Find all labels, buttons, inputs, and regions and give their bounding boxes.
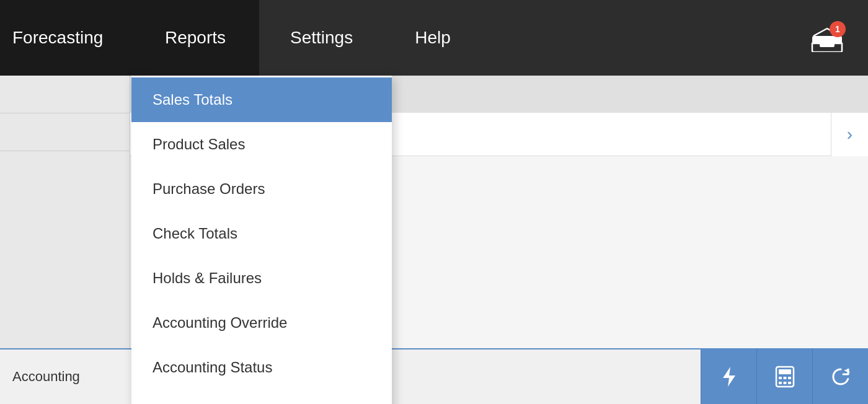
date-arrow-button[interactable]: › [831, 113, 868, 156]
dropdown-item-holds-failures[interactable]: Holds & Failures [131, 256, 392, 301]
nav-item-forecasting[interactable]: Forecasting [0, 0, 131, 76]
dropdown-item-sales-totals[interactable]: Sales Totals [131, 77, 392, 122]
dropdown-item-product-sales[interactable]: Product Sales [131, 122, 392, 167]
dropdown-item-accounting-override[interactable]: Accounting Override [131, 301, 392, 345]
svg-rect-11 [788, 382, 791, 384]
lightning-icon [718, 366, 740, 388]
svg-marker-3 [723, 367, 735, 387]
left-panel-line-mid [0, 151, 130, 151]
left-panel-line-top [0, 113, 130, 113]
status-bar: Accounting Sales: ✔ Drawer: — [0, 348, 868, 404]
navbar: Forecasting Reports Settings Help 1 [0, 0, 868, 76]
svg-rect-5 [779, 369, 791, 374]
svg-rect-9 [779, 382, 782, 384]
dropdown-item-check-totals[interactable]: Check Totals [131, 211, 392, 256]
calculator-icon [774, 366, 796, 388]
nav-item-settings[interactable]: Settings [259, 0, 384, 76]
refresh-button[interactable] [812, 349, 868, 404]
notification-badge: 1 [830, 21, 846, 37]
lightning-button[interactable] [701, 349, 756, 404]
nav-item-reports[interactable]: Reports [131, 0, 259, 76]
svg-rect-7 [783, 377, 786, 379]
svg-rect-10 [783, 382, 786, 384]
nav-item-help[interactable]: Help [384, 0, 482, 76]
action-buttons [701, 349, 868, 404]
notification-button[interactable]: 1 [811, 24, 843, 52]
accounting-label: Accounting [0, 369, 130, 385]
dropdown-item-purchase-orders[interactable]: Purchase Orders [131, 167, 392, 211]
main-content: 4-02-29 › Accounting Sales: ✔ Drawer: — [0, 76, 868, 404]
calculator-button[interactable] [756, 349, 812, 404]
refresh-icon [830, 366, 852, 388]
svg-rect-6 [779, 377, 782, 379]
dropdown-item-sales-by-category[interactable]: Sales By Category/Tender [131, 390, 392, 404]
dropdown-item-accounting-status[interactable]: Accounting Status [131, 345, 392, 390]
svg-rect-8 [788, 377, 791, 379]
svg-rect-2 [820, 41, 835, 47]
reports-dropdown: Sales Totals Product Sales Purchase Orde… [131, 76, 392, 404]
